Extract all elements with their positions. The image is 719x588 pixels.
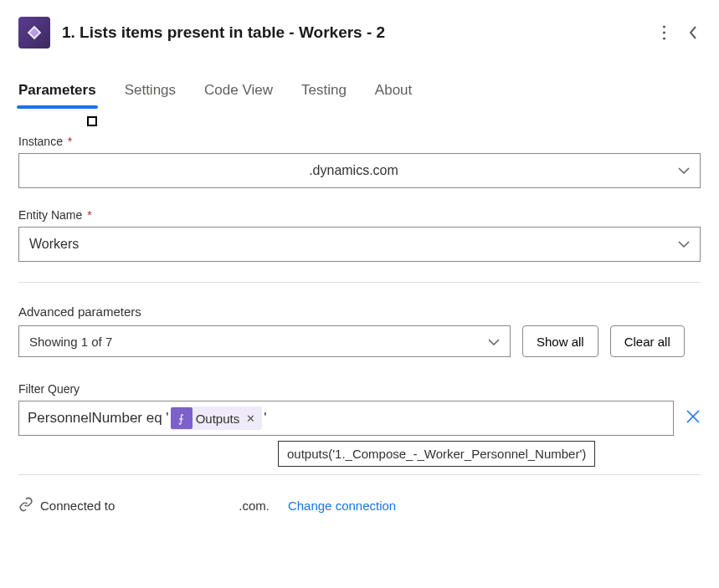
entity-label-text: Entity Name [18,208,82,222]
entity-select[interactable]: Workers [18,227,701,262]
filter-query-label: Filter Query [18,382,701,396]
tab-code-view[interactable]: Code View [204,79,273,107]
dynamic-content-token[interactable]: ⨍ Outputs ✕ [171,406,263,430]
advanced-select-value: Showing 1 of 7 [29,335,488,349]
advanced-params-select[interactable]: Showing 1 of 7 [18,325,511,357]
link-icon [18,497,33,514]
connection-domain: .com. [239,499,270,513]
divider [18,474,701,475]
instance-value: .dynamics.com [29,163,678,178]
action-title: 1. Lists items present in table - Worker… [62,23,647,42]
clear-all-button[interactable]: Clear all [610,325,685,357]
chevron-down-icon [678,163,690,178]
divider [18,282,701,283]
fx-icon: ⨍ [171,407,193,429]
instance-label-text: Instance [18,135,63,148]
change-connection-link[interactable]: Change connection [288,499,396,513]
filter-suffix-text: ' [264,410,266,427]
tab-about[interactable]: About [375,79,412,107]
expression-tooltip: outputs('1._Compose_-_Worker_Personnel_N… [278,441,595,467]
token-remove-button[interactable]: ✕ [243,412,259,425]
tab-testing[interactable]: Testing [301,79,347,107]
token-label: Outputs [196,412,240,426]
connection-row: Connected to .com. Change connection [18,497,701,514]
chevron-down-icon [488,335,500,349]
tab-parameters[interactable]: Parameters [18,79,96,107]
entity-label: Entity Name * [18,208,701,222]
advanced-label: Advanced parameters [18,304,701,319]
field-entity-name: Entity Name * Workers [18,208,701,262]
marker-icon [87,116,97,126]
tab-settings[interactable]: Settings [125,79,176,107]
filter-prefix-text: PersonnelNumber eq ' [28,410,169,427]
tab-strip: Parameters Settings Code View Testing Ab… [18,79,701,108]
connector-icon [18,17,50,49]
instance-select[interactable]: .dynamics.com [18,153,701,188]
more-menu-button[interactable] [659,21,670,44]
show-all-button[interactable]: Show all [522,325,598,357]
clear-field-button[interactable] [686,409,701,428]
svg-point-2 [663,25,665,28]
field-instance: Instance * .dynamics.com [18,135,701,188]
instance-label: Instance * [18,135,701,148]
collapse-button[interactable] [685,22,701,43]
entity-value: Workers [29,237,678,252]
action-header: 1. Lists items present in table - Worker… [18,17,701,49]
svg-point-3 [663,31,665,33]
required-asterisk: * [64,135,72,148]
field-filter-query: Filter Query PersonnelNumber eq ' ⨍ Outp… [18,382,701,436]
required-asterisk: * [84,208,91,222]
advanced-section: Advanced parameters Showing 1 of 7 Show … [18,304,701,357]
connected-to-label: Connected to [40,499,115,513]
svg-point-4 [663,37,665,39]
chevron-down-icon [678,237,690,252]
filter-query-input[interactable]: PersonnelNumber eq ' ⨍ Outputs ✕ ' [18,401,674,436]
